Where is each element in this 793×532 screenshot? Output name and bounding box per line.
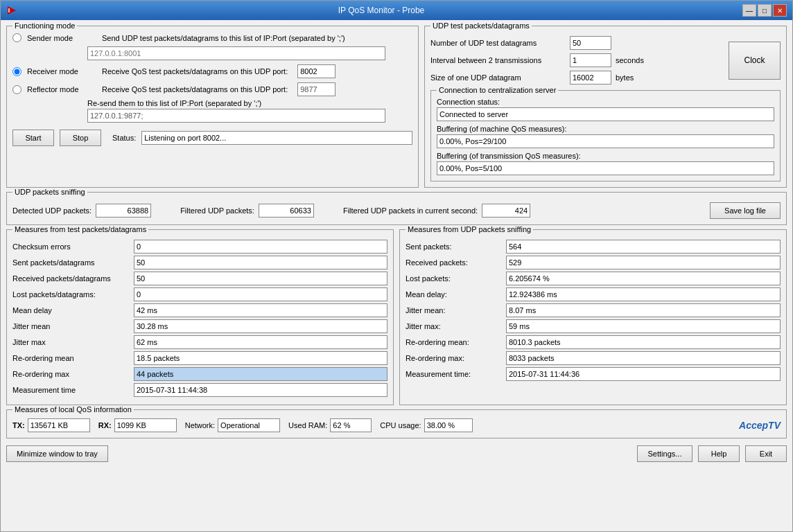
maximize-button[interactable]: □ [758, 4, 772, 17]
ram-label: Used RAM: [288, 421, 327, 429]
clock-button[interactable]: Clock [729, 42, 781, 80]
measure-sniff-row: Re-ordering mean: [406, 335, 781, 349]
reflector-label: Reflector mode [27, 85, 96, 94]
connection-box: Connection to centralization server Conn… [430, 90, 781, 181]
sender-desc: Send UDP test packets/datagrams to this … [102, 34, 412, 42]
size-unit: bytes [616, 73, 634, 82]
measure-sniff-row: Sent packets: [406, 240, 781, 254]
interval-input[interactable] [570, 53, 611, 67]
window-title: IP QoS Monitor - Probe [20, 6, 742, 15]
measures-sniff-rows: Sent packets:Received packets:Lost packe… [406, 240, 781, 381]
app-logo [6, 3, 20, 17]
start-button[interactable]: Start [12, 130, 54, 146]
reflector-desc: Receive QoS test packets/datagrams on th… [102, 85, 288, 94]
measure-label: Checksum errors [12, 242, 134, 251]
right-buttons: Settings... Help Exit [637, 445, 787, 462]
measure-sniff-label: Mean delay: [406, 290, 506, 299]
measures-test-title: Measures from test packets/datagrams [12, 225, 148, 233]
measure-test-row: Re-ordering max [12, 367, 387, 381]
sender-radio[interactable] [12, 33, 21, 42]
measure-label: Jitter mean [12, 322, 134, 330]
measure-value [134, 240, 387, 254]
size-input[interactable] [570, 71, 611, 85]
num-datagrams-row: Number of UDP test datagrams [430, 36, 722, 50]
buffer1-value [437, 134, 774, 148]
help-button[interactable]: Help [698, 445, 740, 462]
measure-sniff-value [506, 272, 781, 285]
settings-button[interactable]: Settings... [637, 445, 692, 462]
measure-label: Measurement time [12, 386, 134, 394]
udp-params: Number of UDP test datagrams Interval be… [430, 36, 722, 85]
filtered-value [259, 204, 314, 218]
detected-item: Detected UDP packets: [12, 204, 151, 218]
reflector-port-input[interactable] [297, 82, 336, 96]
rx-label: RX: [98, 421, 112, 429]
measure-sniff-row: Received packets: [406, 256, 781, 269]
measure-value [134, 335, 387, 349]
measure-sniff-value [506, 256, 781, 269]
conn-status-value [437, 107, 774, 121]
num-datagrams-input[interactable] [570, 36, 611, 50]
measure-label: Re-ordering mean [12, 354, 134, 362]
receiver-radio[interactable] [12, 67, 21, 76]
ram-value [330, 418, 372, 432]
size-row: Size of one UDP datagram bytes [430, 71, 722, 85]
local-qos-title: Measures of local QoS information [12, 405, 134, 414]
stop-button[interactable]: Stop [60, 130, 101, 146]
measure-value [134, 272, 387, 285]
close-button[interactable]: ✕ [773, 4, 787, 17]
status-display [141, 131, 412, 145]
measure-sniff-value [506, 287, 781, 301]
minimize-button[interactable]: — [742, 4, 756, 17]
acceptv-logo: AccepTV [739, 420, 781, 431]
buffer2-label: Buffering (of transmission QoS measures)… [437, 152, 774, 160]
reflector-sub-input[interactable] [87, 109, 385, 123]
top-section: Functioning mode Sender mode Send UDP te… [6, 26, 787, 188]
measure-sniff-label: Sent packets: [406, 242, 506, 251]
measure-sniff-row: Lost packets: [406, 272, 781, 285]
ram-item: Used RAM: [288, 418, 372, 432]
measure-test-row: Re-ordering mean [12, 351, 387, 365]
measure-test-row: Lost packets/datagrams: [12, 287, 387, 301]
sniff-row: Detected UDP packets: Filtered UDP packe… [12, 202, 781, 219]
measure-sniff-value [506, 240, 781, 254]
local-qos-group: Measures of local QoS information TX: RX… [6, 409, 787, 438]
measure-value [134, 256, 387, 269]
receiver-port-input[interactable] [297, 64, 336, 78]
measure-sniff-label: Jitter max: [406, 322, 506, 330]
action-buttons-row: Start Stop Status: [12, 130, 412, 146]
reflector-radio[interactable] [12, 85, 21, 94]
buffer1-label: Buffering (of machine QoS measures): [437, 125, 774, 133]
measure-sniff-row: Re-ordering max: [406, 351, 781, 365]
measure-test-row: Received packets/datagrams [12, 272, 387, 285]
save-log-button[interactable]: Save log file [710, 202, 781, 219]
cpu-value [424, 418, 473, 432]
buffer2-row: Buffering (of transmission QoS measures)… [437, 152, 774, 175]
reflector-section: Reflector mode Receive QoS test packets/… [12, 82, 412, 123]
sender-label: Sender mode [27, 34, 96, 42]
measure-test-row: Sent packets/datagrams [12, 256, 387, 269]
measure-sniff-label: Received packets: [406, 258, 506, 267]
minimize-tray-button[interactable]: Minimize window to tray [6, 445, 108, 462]
detected-label: Detected UDP packets: [12, 206, 92, 215]
measure-sniff-value [506, 367, 781, 381]
measures-sniff-title: Measures from UDP packets sniffing [406, 225, 533, 233]
measure-sniff-value [506, 319, 781, 333]
window-controls: — □ ✕ [742, 4, 787, 17]
interval-label: Interval between 2 transmissions [430, 56, 566, 64]
cpu-item: CPU usage: [380, 418, 472, 432]
measure-label: Lost packets/datagrams: [12, 290, 134, 299]
measure-sniff-value [506, 335, 781, 349]
receiver-desc: Receive QoS test packets/datagrams on th… [102, 67, 288, 76]
exit-button[interactable]: Exit [745, 445, 787, 462]
measure-test-row: Mean delay [12, 303, 387, 317]
network-value [218, 418, 280, 432]
filtered-item: Filtered UDP packets: [180, 204, 314, 218]
measure-label: Sent packets/datagrams [12, 258, 134, 267]
sender-input-row [87, 46, 412, 60]
measure-value [134, 287, 387, 301]
measure-sniff-label: Re-ordering max: [406, 354, 506, 362]
sender-address-input[interactable] [87, 46, 385, 60]
sniff-title: UDP packets sniffing [12, 188, 87, 196]
current-value [482, 204, 530, 218]
